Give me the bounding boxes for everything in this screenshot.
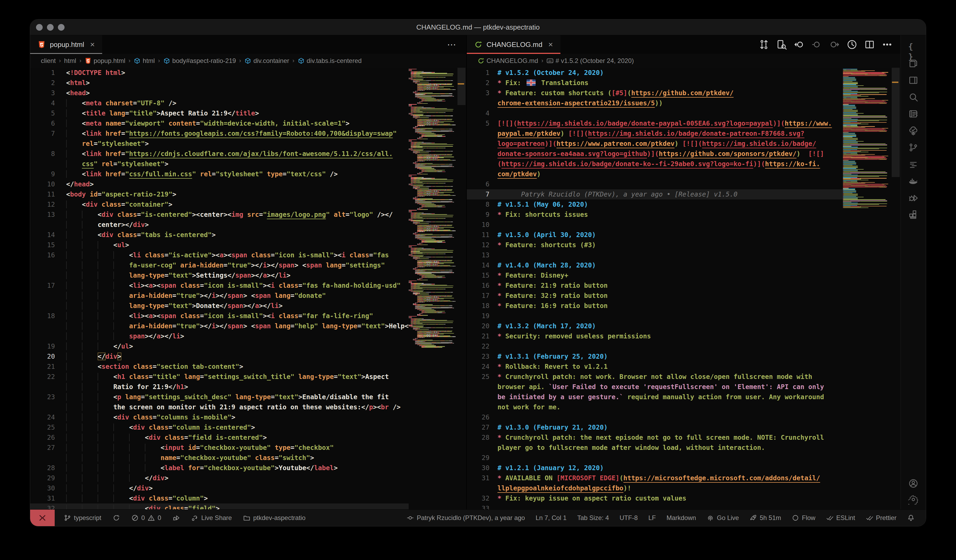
scrollbar-slider[interactable] <box>458 68 465 105</box>
code-row[interactable]: 21 <section class="section tab-content"> <box>30 362 409 372</box>
close-icon[interactable]: × <box>90 40 95 49</box>
open-changes-icon[interactable] <box>759 39 769 50</box>
code-row[interactable]: 20 </div> <box>30 351 409 362</box>
search-icon[interactable] <box>908 92 918 102</box>
code-row[interactable]: 1<!DOCTYPE html> <box>30 68 409 78</box>
nav-back-icon[interactable] <box>794 39 805 50</box>
more-actions-icon[interactable] <box>882 39 893 50</box>
code-row[interactable]: 25* Crunchyroll patch: not work. Browser… <box>467 372 843 382</box>
code-row[interactable]: 9 <link href="css/full.min.css" rel="sty… <box>30 169 409 179</box>
layout-icon[interactable] <box>908 75 918 85</box>
code-row[interactable]: 4 <box>467 108 843 118</box>
code-area[interactable]: 1# v1.5.2 (October 24, 2020)2* Fix: Tran… <box>467 68 843 509</box>
status-item[interactable] <box>172 514 180 522</box>
history-icon[interactable] <box>847 39 857 50</box>
todo-tree-icon[interactable] <box>908 125 918 136</box>
code-row[interactable]: 8# v1.5.1 (May 06, 2020) <box>467 199 843 210</box>
code-row[interactable]: 21* Security: removed useless permission… <box>467 331 843 341</box>
code-row[interactable]: 27 <input id="checkbox-youtube" type="ch… <box>30 443 409 453</box>
status-item-5h-51m[interactable]: 5h 51m <box>750 514 781 522</box>
code-row[interactable]: 32 <div class="field"> <box>30 504 409 509</box>
code-row[interactable]: rel="stylesheet"> <box>30 139 409 149</box>
code-area[interactable]: 1<!DOCTYPE html>2<html>3<head>4 <meta ch… <box>30 68 409 509</box>
nav-forward-icon[interactable] <box>829 39 840 50</box>
scrollbar-slider[interactable] <box>892 68 900 177</box>
code-row[interactable]: 29 <box>467 453 843 463</box>
code-row[interactable]: logo=patreon)](https://www.patreon.com/p… <box>467 139 843 149</box>
code-row[interactable]: 25 <div class="column is-centered"> <box>30 422 409 433</box>
code-row[interactable]: 14 <div class="tabs is-centered"> <box>30 230 409 240</box>
more-tabs-icon[interactable]: ⋯ <box>447 35 466 54</box>
code-row[interactable]: 17* Feature: 32:9 ratio button <box>467 291 843 301</box>
tab-CHANGELOG.md[interactable]: CHANGELOG.md× <box>467 35 560 54</box>
status-item-ptkdev-aspectratio[interactable]: ptkdev-aspectratio <box>243 514 305 522</box>
code-row[interactable]: 8 <link href="https://cdnjs.cloudflare.c… <box>30 149 409 159</box>
code-row[interactable]: 3<head> <box>30 88 409 98</box>
code-row[interactable]: lang-type="text">Donate</span></a></li> <box>30 301 409 311</box>
code-row[interactable]: 13 <div class="is-centered"><center><img… <box>30 210 409 220</box>
code-row[interactable]: donate-sponsors-ea4aaa.svg?logo=github)]… <box>467 149 843 159</box>
close-window-button[interactable] <box>36 24 42 31</box>
code-row[interactable]: 11<body id="aspect-ratio-219"> <box>30 189 409 199</box>
title-bar[interactable]: CHANGELOG.md — ptkdev-aspectratio <box>30 19 926 35</box>
code-row[interactable]: Ratio for 21:9</h1> <box>30 382 409 392</box>
code-row[interactable]: 15* Feature: Disney+ <box>467 270 843 281</box>
docker-icon[interactable] <box>908 176 918 186</box>
code-row[interactable]: 22 <box>467 341 843 351</box>
code-row[interactable]: 15 <ul> <box>30 240 409 250</box>
code-row[interactable]: fa-user-cog" aria-hidden="true"></i></sp… <box>30 260 409 270</box>
code-row[interactable]: 29 </div> <box>30 473 409 483</box>
status-item-typescript[interactable]: typescript <box>64 514 101 522</box>
code-row[interactable]: 24 <div class="columns is-mobile"> <box>30 412 409 422</box>
braces-icon[interactable]: { } <box>908 42 918 52</box>
code-row[interactable]: 10 <box>467 220 843 230</box>
code-row[interactable]: span></a></li> <box>30 331 409 341</box>
code-row[interactable]: 27# v1.3.0 (February 21, 2020) <box>467 422 843 433</box>
code-row[interactable]: be initiated by a user gesture.` require… <box>467 392 843 402</box>
code-row[interactable]: com/ptkdev) <box>467 169 843 179</box>
code-row[interactable]: 22 <h1 class="title" lang="settings_swit… <box>30 372 409 382</box>
code-row[interactable]: lang-type="text">Settings</span></a></li… <box>30 270 409 281</box>
split-editor-icon[interactable] <box>864 39 875 50</box>
source-control-icon[interactable] <box>908 143 918 152</box>
editor-popup.html[interactable]: 1<!DOCTYPE html>2<html>3<head>4 <meta ch… <box>30 68 466 509</box>
breadcrumb-item[interactable]: html <box>64 57 76 64</box>
files-copy-icon[interactable] <box>908 58 918 69</box>
code-row[interactable]: chrome-extension-aspectratio219/issues/5… <box>467 98 843 108</box>
code-row[interactable]: 20# v1.3.2 (March 17, 2020) <box>467 321 843 331</box>
code-row[interactable]: 14# v1.4.0 (March 28, 2020) <box>467 260 843 270</box>
tab-popup.html[interactable]: popup.html× <box>30 35 102 54</box>
code-row[interactable]: 31* AVAILABLE ON [MICROSOFT EDGE](https:… <box>467 473 843 483</box>
code-row[interactable]: 11# v1.5.0 (April 30, 2020) <box>467 230 843 240</box>
code-row[interactable]: 28* Crunchyroll patch: the next episode … <box>467 433 843 443</box>
code-row[interactable]: 16 <li class="is-active"><a><span class=… <box>30 250 409 260</box>
code-row[interactable]: 19 </ul> <box>30 341 409 351</box>
code-row[interactable]: llplepgpoalnkeiofcdohpalgpccifbo)! <box>467 483 843 493</box>
code-row[interactable]: css" rel="stylesheet"> <box>30 159 409 169</box>
code-row[interactable]: 23# v1.3.1 (February 25, 2020) <box>467 351 843 362</box>
breadcrumb-item[interactable]: body#aspect-ratio-219 <box>163 57 236 64</box>
code-row[interactable]: 4 <meta charset="UTF-8" /> <box>30 98 409 108</box>
code-row[interactable]: 10</head> <box>30 179 409 189</box>
code-row[interactable]: aria-hidden="true"></i></span> <span lan… <box>30 291 409 301</box>
code-row[interactable]: 26 <div class="field is-centered"> <box>30 433 409 443</box>
code-row[interactable]: 32* Fix: keyup issue on aspect ratio cus… <box>467 493 843 504</box>
nav-dot-icon[interactable] <box>811 39 822 50</box>
status-item-markdown[interactable]: Markdown <box>667 514 696 522</box>
status-item-ln-7-col-1[interactable]: Ln 7, Col 1 <box>536 514 566 522</box>
open-preview-icon[interactable] <box>776 39 787 50</box>
breadcrumb-item[interactable]: CHANGELOG.md <box>478 57 538 64</box>
code-row[interactable]: 30 </div> <box>30 483 409 493</box>
debug-icon[interactable] <box>908 193 918 203</box>
code-row[interactable]: 16* Feature: 21:9 ratio button <box>467 281 843 291</box>
status-item-prettier[interactable]: Prettier <box>866 514 896 522</box>
code-row[interactable]: the screen on monitor with 21:9 aspect r… <box>30 402 409 412</box>
code-row[interactable]: 6 <meta name="viewport" content="width=d… <box>30 118 409 129</box>
code-row[interactable]: 19 <box>467 311 843 321</box>
code-row[interactable]: 18 <li><a><span class="icon is-small"><i… <box>30 311 409 321</box>
remote-indicator[interactable] <box>30 510 55 526</box>
code-row[interactable]: 2* Fix: Translations <box>467 78 843 88</box>
code-row[interactable]: 17 <li><a><span class="icon is-small"><i… <box>30 281 409 291</box>
code-row[interactable]: name="checkbox-youtube" class="switch"> <box>30 453 409 463</box>
list-icon[interactable] <box>908 159 918 169</box>
